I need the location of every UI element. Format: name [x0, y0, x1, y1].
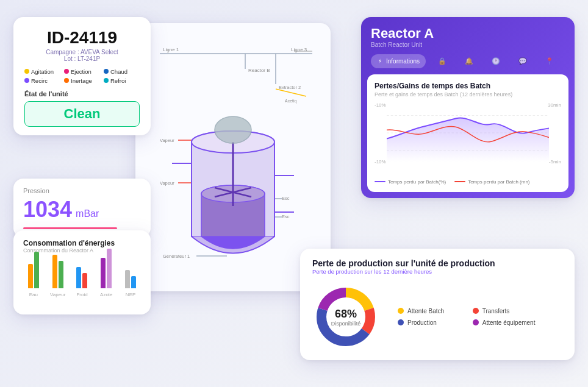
- energy-card: Consommation d'énergies Consommation du …: [13, 230, 151, 314]
- svg-text:Vapeur: Vapeur: [160, 138, 174, 143]
- chart-subtitle: Perte et gains de temps des Batch (12 de…: [375, 91, 561, 98]
- reactor-chart-area: Pertes/Gains de temps des Batch Perte et…: [367, 74, 568, 192]
- bar: [28, 264, 33, 288]
- tag-dot: [104, 78, 109, 83]
- bar: [52, 255, 57, 288]
- tag-refroi: Refroi: [104, 77, 140, 84]
- pressure-value: 1034 mBar: [23, 197, 141, 222]
- svg-point-29: [215, 116, 251, 143]
- unit-id: ID-24119: [24, 28, 140, 48]
- tab-informations[interactable]: Informations: [371, 54, 426, 68]
- reactor-card: Reactor A Batch Reactor Unit Information…: [361, 17, 575, 198]
- chart-svg: [387, 102, 549, 163]
- energy-title: Consommation d'énergies: [23, 239, 141, 247]
- production-title: Perte de production sur l'unité de produ…: [312, 258, 562, 268]
- bar: [82, 273, 87, 288]
- svg-text:Esc: Esc: [282, 196, 290, 201]
- tab-time[interactable]: 🕐: [486, 54, 506, 68]
- line-chart: -10% -10% 30min -5min: [375, 102, 561, 176]
- state-badge: Clean: [24, 101, 140, 127]
- svg-text:Ligne 3: Ligne 3: [291, 47, 307, 52]
- legend-dot: [398, 308, 404, 314]
- pressure-label: Pression: [23, 187, 141, 194]
- tab-location[interactable]: 📍: [539, 54, 560, 68]
- lot-label: Lot : LT-241P: [24, 55, 140, 62]
- donut-center: 68% Disponibilité: [331, 307, 361, 326]
- tag-chaud: Chaud: [104, 68, 140, 75]
- bar: [107, 249, 112, 288]
- legend-minutes: Temps perdu par Batch (mn): [454, 179, 529, 185]
- bar: [125, 270, 130, 288]
- bar: [59, 261, 63, 288]
- production-content: 68% Disponibilité Attente Batch Transfer…: [312, 283, 562, 350]
- tag-recirc: Recirc: [24, 77, 60, 84]
- bar: [34, 252, 39, 288]
- tab-lock[interactable]: 🔒: [432, 54, 453, 68]
- svg-text:Générateur 1: Générateur 1: [163, 254, 190, 259]
- location-icon: 📍: [545, 57, 554, 65]
- tag-dot: [24, 69, 29, 74]
- donut-chart: 68% Disponibilité: [312, 283, 379, 350]
- chart-title: Pertes/Gains de temps des Batch: [375, 82, 561, 90]
- production-subtitle: Perte de production sur les 12 dernière …: [312, 268, 562, 275]
- reactor-subtitle: Batch Reactor Unit: [371, 41, 565, 48]
- bar: [101, 258, 106, 288]
- svg-marker-33: [379, 59, 381, 63]
- legend-dot: [473, 319, 479, 325]
- y-axis-right: 30min -5min: [548, 102, 561, 165]
- pressure-card: Pression 1034 mBar: [13, 179, 151, 238]
- tag-list: Agitation Ejection Chaud Recirc Inertage…: [24, 68, 140, 84]
- dashboard: ID-24119 Campagne : AVEVA Select Lot : L…: [13, 11, 575, 377]
- reactor-title: Reactor A: [371, 26, 565, 41]
- y-axis-left: -10% -10%: [375, 102, 386, 165]
- svg-text:Reactor B: Reactor B: [248, 68, 270, 73]
- donut-label: Disponibilité: [331, 320, 361, 326]
- bar-froid: Froid: [72, 267, 93, 297]
- tag-dot: [64, 78, 69, 83]
- sound-icon: 🔔: [465, 57, 473, 65]
- svg-text:Esc: Esc: [282, 214, 290, 219]
- reactor-tabs: Informations 🔒 🔔 🕐 💬 📍: [361, 54, 575, 74]
- bolt-icon: [377, 58, 383, 64]
- legend-production: Production: [398, 319, 461, 326]
- svg-text:Ligne 1: Ligne 1: [163, 47, 179, 52]
- legend-transferts: Transferts: [473, 308, 536, 314]
- chart-legend: Temps perdu par Batch(%) Temps perdu par…: [375, 179, 561, 185]
- bar-azote: Azote: [96, 249, 117, 297]
- legend-attente-batch: Attente Batch: [398, 308, 461, 314]
- svg-text:Vapeur: Vapeur: [160, 180, 174, 186]
- tag-inertage: Inertage: [64, 77, 100, 84]
- tag-dot: [24, 78, 29, 83]
- piping-diagram: Ligne 1 Ligne 3 Reactor B Extractor 2 Ac…: [135, 23, 331, 291]
- legend-dot: [398, 319, 404, 325]
- piping-card: Ligne 1 Ligne 3 Reactor B Extractor 2 Ac…: [135, 23, 331, 291]
- tag-dot: [64, 69, 69, 74]
- chat-icon: 💬: [518, 57, 527, 65]
- id-card: ID-24119 Campagne : AVEVA Select Lot : L…: [13, 17, 151, 135]
- tag-ejection: Ejection: [64, 68, 100, 75]
- svg-text:Extractor 2: Extractor 2: [279, 85, 301, 90]
- reactor-header: Reactor A Batch Reactor Unit: [361, 17, 575, 54]
- clock-icon: 🕐: [492, 57, 500, 65]
- lock-icon: 🔒: [438, 57, 446, 65]
- tag-agitation: Agitation: [24, 68, 60, 75]
- bar-eau: Eau: [23, 252, 44, 297]
- tab-sound[interactable]: 🔔: [459, 54, 479, 68]
- bar: [131, 276, 136, 288]
- production-card: Perte de production sur l'unité de produ…: [300, 249, 575, 360]
- tab-chat[interactable]: 💬: [512, 54, 533, 68]
- campaign-label: Campagne : AVEVA Select: [24, 49, 140, 55]
- production-legend: Attente Batch Transferts Production Atte…: [398, 308, 535, 326]
- bar: [76, 267, 81, 288]
- state-label: État de l'unité: [24, 90, 140, 98]
- svg-text:Acetiq: Acetiq: [285, 99, 297, 104]
- energy-bar-chart: Eau Vapeur Froid: [23, 260, 141, 308]
- bar-nep: NEP: [120, 270, 141, 297]
- legend-attente-equip: Attente équipement: [473, 319, 536, 326]
- legend-percent: Temps perdu par Batch(%): [375, 179, 446, 185]
- bar-vapeur: Vapeur: [48, 255, 68, 297]
- tag-dot: [104, 69, 109, 74]
- pressure-bar: [23, 227, 117, 229]
- donut-percent: 68%: [331, 307, 361, 320]
- legend-dot: [473, 308, 479, 314]
